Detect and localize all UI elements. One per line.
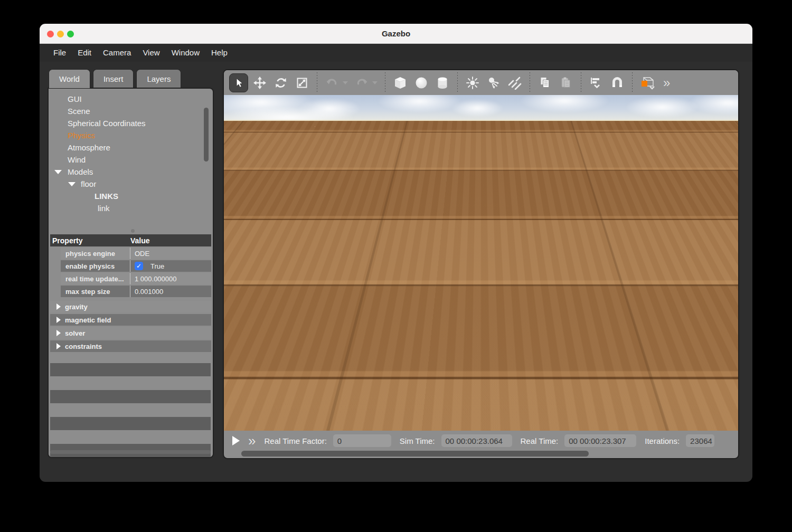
property-table-header: Property Value <box>50 234 211 246</box>
undo-history-dropdown[interactable] <box>343 81 348 84</box>
render-scene[interactable] <box>224 95 738 431</box>
step-button[interactable]: » <box>248 435 256 446</box>
move-arrows-icon <box>253 77 266 89</box>
table-row[interactable]: real time update... 1 000.000000 <box>50 273 211 284</box>
translate-mode-button[interactable] <box>250 73 269 92</box>
expand-arrow-icon[interactable] <box>68 182 76 186</box>
insert-box-button[interactable] <box>391 73 410 92</box>
tree-item-models[interactable]: Models <box>49 166 213 178</box>
magnet-icon <box>610 76 624 90</box>
gazebo-window: Gazebo File Edit Camera View Window Help… <box>40 24 752 482</box>
menu-file[interactable]: File <box>48 44 72 62</box>
tree-item-physics[interactable]: Physics <box>49 129 213 141</box>
value-column-header: Value <box>130 236 211 245</box>
select-mode-button[interactable] <box>229 73 248 92</box>
toolbar-separator <box>632 72 633 93</box>
table-row[interactable]: physics engine ODE <box>50 248 211 259</box>
group-constraints[interactable]: constraints <box>50 340 211 352</box>
paste-button[interactable] <box>557 73 576 92</box>
panel-tab-bar: World Insert Layers <box>49 69 181 88</box>
spot-light-button[interactable] <box>484 73 503 92</box>
panel-horizontal-scrollbar[interactable] <box>50 450 211 454</box>
enable-physics-checkbox[interactable]: ✓ <box>135 262 143 270</box>
directional-light-icon <box>507 76 522 90</box>
world-tree: GUI Scene Spherical Coordinates Physics … <box>49 89 213 214</box>
tree-item-spherical-coordinates[interactable]: Spherical Coordinates <box>49 117 213 129</box>
simulation-status-bar: » Real Time Factor: 0 Sim Time: 00 00:00… <box>224 431 738 451</box>
window-title: Gazebo <box>40 24 752 44</box>
tree-item-scene[interactable]: Scene <box>49 105 213 117</box>
undo-arrow-icon <box>325 77 339 89</box>
iterations-value: 23064 <box>686 434 714 447</box>
tab-layers[interactable]: Layers <box>136 69 181 88</box>
toolbar-separator <box>530 72 530 93</box>
scrollbar-thumb[interactable] <box>241 451 589 457</box>
redo-button[interactable] <box>352 73 371 92</box>
quadcopter-model[interactable] <box>422 222 533 274</box>
collapsed-arrow-icon[interactable] <box>56 317 61 323</box>
toolbar-separator <box>317 72 317 93</box>
property-column-header: Property <box>50 236 130 245</box>
align-button[interactable] <box>587 73 606 92</box>
paste-icon <box>559 76 573 90</box>
title-bar: Gazebo <box>40 24 752 44</box>
tree-item-wind[interactable]: Wind <box>49 154 213 166</box>
redo-history-dropdown[interactable] <box>372 81 378 84</box>
collapsed-arrow-icon[interactable] <box>56 303 61 310</box>
world-panel-body: GUI Scene Spherical Coordinates Physics … <box>48 88 214 458</box>
group-magnetic-field[interactable]: magnetic field <box>50 314 211 326</box>
menu-help[interactable]: Help <box>205 44 233 62</box>
menu-window[interactable]: Window <box>166 44 205 62</box>
splitter-handle[interactable] <box>131 229 135 233</box>
sphere-icon <box>414 76 428 90</box>
group-solver[interactable]: solver <box>50 327 211 339</box>
view-angle-button[interactable] <box>638 73 657 92</box>
tree-item-atmosphere[interactable]: Atmosphere <box>49 141 213 154</box>
rotate-arrows-icon <box>275 77 287 89</box>
sim-time-label: Sim Time: <box>400 436 435 445</box>
table-row[interactable]: enable physics ✓ True <box>50 260 211 272</box>
collapsed-arrow-icon[interactable] <box>56 330 61 336</box>
insert-sphere-button[interactable] <box>412 73 431 92</box>
render-toolbar: » <box>224 70 738 95</box>
toolbar-overflow-button[interactable]: » <box>663 75 669 90</box>
undo-button[interactable] <box>323 73 342 92</box>
desktop-background: Gazebo File Edit Camera View Window Help… <box>0 0 792 532</box>
empty-row <box>50 390 211 403</box>
directional-light-button[interactable] <box>505 73 524 92</box>
tree-scrollbar[interactable] <box>204 108 209 162</box>
scale-arrows-icon <box>296 77 308 89</box>
tab-insert[interactable]: Insert <box>93 69 134 88</box>
copy-button[interactable] <box>535 73 554 92</box>
toolbar-separator <box>385 72 385 93</box>
menu-camera[interactable]: Camera <box>97 44 137 62</box>
table-row[interactable]: max step size 0.001000 <box>50 286 211 297</box>
menu-bar: File Edit Camera View Window Help <box>40 44 752 62</box>
real-time-factor-value: 0 <box>333 434 391 447</box>
rotate-mode-button[interactable] <box>271 73 290 92</box>
point-light-button[interactable] <box>463 73 482 92</box>
tree-item-gui[interactable]: GUI <box>49 93 213 105</box>
expand-arrow-icon[interactable] <box>54 170 62 174</box>
empty-property-rows <box>50 363 211 458</box>
toolbar-separator <box>581 72 581 93</box>
scale-mode-button[interactable] <box>293 73 312 92</box>
play-pause-button[interactable] <box>232 436 240 445</box>
menu-edit[interactable]: Edit <box>72 44 97 62</box>
menu-view[interactable]: View <box>137 44 165 62</box>
front-left-leg <box>446 251 451 268</box>
group-gravity[interactable]: gravity <box>50 301 211 312</box>
cylinder-icon <box>436 76 449 90</box>
spot-light-icon <box>487 76 501 90</box>
tree-item-floor[interactable]: floor <box>49 178 213 190</box>
box-icon <box>393 76 407 90</box>
redo-arrow-icon <box>355 77 369 89</box>
tab-world[interactable]: World <box>49 69 90 88</box>
toolbar-separator <box>457 72 458 93</box>
snap-magnet-button[interactable] <box>608 73 627 92</box>
real-time-label: Real Time: <box>521 436 559 445</box>
tree-item-links[interactable]: LINKS <box>49 190 213 202</box>
insert-cylinder-button[interactable] <box>433 73 452 92</box>
tree-item-link[interactable]: link <box>49 202 213 214</box>
collapsed-arrow-icon[interactable] <box>56 343 61 349</box>
